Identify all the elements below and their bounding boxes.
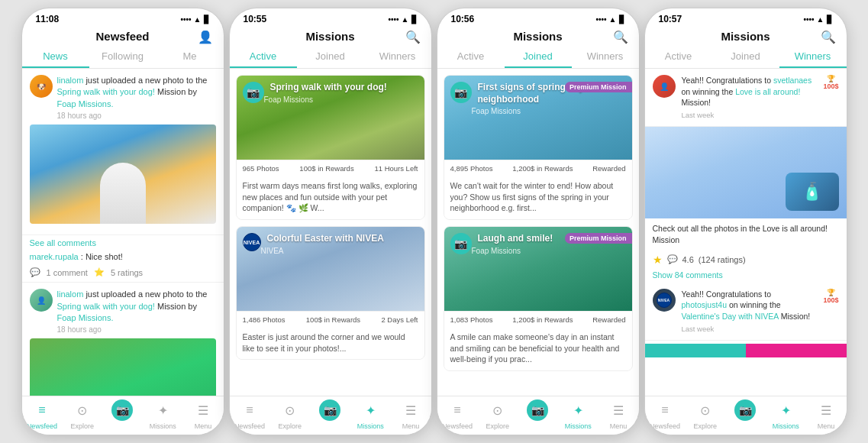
winner-time-1: Last week: [682, 110, 818, 120]
menu-icon-4: ☰: [815, 399, 837, 421]
nav-newsfeed-4[interactable]: ≡ Newsfeed: [645, 399, 686, 430]
page-title-4: Missions: [721, 30, 770, 43]
strip-teal: [645, 344, 746, 357]
tabs-missions-2: Active Joined Winners: [230, 46, 431, 69]
wifi-icon-2: ▲: [402, 15, 409, 24]
phone-missions-winners: 10:57 •••• ▲ ▊ Missions 🔍 Active Joined …: [644, 8, 847, 435]
see-all-comments[interactable]: See all comments: [30, 238, 216, 247]
mission-header-walk: Spring walk with your dog! Foap Missions: [264, 82, 387, 104]
winner-mission-1[interactable]: Love is all around!: [735, 87, 800, 96]
missions-active-content: 📷 Spring walk with your dog! Foap Missio…: [230, 69, 431, 396]
menu-icon-3: ☰: [608, 399, 629, 421]
trophy-amount-1: 100$: [823, 82, 838, 90]
winner-card-link[interactable]: Love is all around!: [763, 224, 828, 233]
avatar-1: 🐶: [30, 75, 53, 98]
nav-menu-1[interactable]: ☰ Menu: [183, 399, 224, 430]
nav-menu-2[interactable]: ☰ Menu: [391, 399, 431, 430]
nav-label-menu-3: Menu: [610, 422, 628, 430]
nav-missions-3[interactable]: ✦ Missions: [558, 399, 599, 430]
explore-icon-4: ⊙: [695, 399, 716, 421]
nf-brand-link-2[interactable]: Foap Missions.: [57, 313, 114, 322]
tab-winners-4[interactable]: Winners: [779, 46, 847, 68]
nav-label-menu-2: Menu: [402, 422, 420, 430]
newsfeed-icon-2: ≡: [239, 399, 260, 421]
nav-camera-1[interactable]: 📷: [102, 399, 143, 430]
camera-icon-4: 📷: [734, 399, 756, 421]
nav-camera-3[interactable]: 📷: [518, 399, 558, 430]
strip-pink: [746, 344, 847, 357]
mission-stats-walk: 965 Photos 100$ in Rewards 11 Hours Left: [237, 160, 424, 176]
camera-icon-3: 📷: [527, 399, 548, 421]
nav-menu-4[interactable]: ☰ Menu: [806, 399, 847, 430]
nf-username-2[interactable]: linalom: [57, 289, 84, 299]
comment-1: marek.rupala : Nice shot!: [22, 251, 224, 263]
search-icon-4[interactable]: 🔍: [821, 29, 836, 44]
nf-time-1: 18 hours ago: [57, 112, 216, 120]
mission-card-laugh: 📷 Laugh and smile! Foap Missions Premium…: [444, 226, 633, 371]
tab-winners-2[interactable]: Winners: [364, 46, 431, 68]
mission-header-laugh: Laugh and smile! Foap Missions: [472, 233, 553, 255]
show-comments-btn[interactable]: Show 84 comments: [645, 269, 847, 283]
mission-desc-walk: First warm days means first long walks, …: [237, 176, 424, 219]
nav-newsfeed-3[interactable]: ≡ Newsfeed: [437, 399, 478, 430]
tab-joined-2[interactable]: Joined: [297, 46, 364, 68]
tab-active-2[interactable]: Active: [230, 46, 297, 68]
mission-stats-laugh: 1,083 Photos 1,200$ in Rewards Rewarded: [444, 311, 632, 328]
mission-stats-spring: 4,895 Photos 1,200$ in Rewards Rewarded: [444, 160, 632, 176]
search-icon-2[interactable]: 🔍: [405, 29, 421, 44]
page-title-1: Newsfeed: [95, 30, 149, 43]
nav-explore-1[interactable]: ⊙ Explore: [62, 399, 102, 430]
explore-icon-1: ⊙: [72, 399, 93, 421]
nav-camera-4[interactable]: 📷: [725, 399, 766, 430]
nav-missions-4[interactable]: ✦ Missions: [766, 399, 806, 430]
nf-mission-link-1[interactable]: Spring walk with your dog!: [57, 87, 155, 96]
nav-explore-2[interactable]: ⊙ Explore: [269, 399, 310, 430]
trophy-badge-2: 🏆 100$: [823, 289, 838, 304]
nav-label-menu-1: Menu: [195, 422, 212, 430]
comment-count[interactable]: 1 comment: [47, 268, 88, 277]
wifi-icon: ▲: [194, 15, 202, 24]
photos-easter: 1,486 Photos: [243, 315, 286, 324]
winner-username-2[interactable]: photosjust4u: [682, 300, 728, 309]
person-icon[interactable]: 👤: [198, 29, 213, 44]
nav-missions-1[interactable]: ✦ Missions: [143, 399, 183, 430]
tab-joined-4[interactable]: Joined: [712, 46, 779, 68]
nav-camera-2[interactable]: 📷: [310, 399, 350, 430]
battery-icon: ▊: [204, 15, 210, 24]
tabs-missions-4: Active Joined Winners: [645, 46, 847, 69]
top-bar-3: Missions 🔍: [437, 27, 639, 46]
status-icons-1: •••• ▲ ▊: [181, 15, 210, 24]
comment-username-1[interactable]: marek.rupala: [30, 252, 79, 261]
nf-username-1[interactable]: linalom: [57, 76, 84, 85]
tab-news[interactable]: News: [22, 46, 89, 68]
newsfeed-content: 🐶 linalom just uploaded a new photo to t…: [22, 69, 224, 396]
newsfeed-icon-4: ≡: [654, 399, 676, 421]
nf-footer-row: 💬 1 comment ⭐ 5 ratings: [22, 263, 224, 283]
tab-joined-3[interactable]: Joined: [505, 46, 572, 68]
nav-missions-2[interactable]: ✦ Missions: [350, 399, 391, 430]
missions-icon-1: ✦: [152, 399, 173, 421]
time-4: 10:57: [659, 14, 682, 24]
winner-username-1[interactable]: svetlanaes: [773, 76, 812, 85]
winner-mission-2[interactable]: Valentine's Day with NIVEA: [682, 312, 779, 321]
winner-text-2: Yeah!! Congratulations to photosjust4u o…: [682, 289, 818, 334]
nav-explore-4[interactable]: ⊙ Explore: [685, 399, 725, 430]
time-easter: 2 Days Left: [381, 315, 418, 324]
mission-card-spring: 📷 First signs of spring in your neighbor…: [444, 75, 633, 220]
phone-missions-joined: 10:56 •••• ▲ ▊ Missions 🔍 Active Joined …: [437, 8, 640, 435]
nav-label-newsfeed-3: Newsfeed: [442, 422, 473, 430]
tab-following[interactable]: Following: [89, 46, 156, 68]
nivea-avatar: NIVEA: [657, 293, 672, 308]
tab-winners-3[interactable]: Winners: [572, 46, 639, 68]
nf-mission-link-2[interactable]: Spring walk with your dog!: [57, 302, 155, 311]
tab-me[interactable]: Me: [156, 46, 224, 68]
search-icon-3[interactable]: 🔍: [613, 29, 628, 44]
nav-newsfeed-1[interactable]: ≡ Newsfeed: [22, 399, 63, 430]
nav-explore-3[interactable]: ⊙ Explore: [477, 399, 518, 430]
nav-newsfeed-2[interactable]: ≡ Newsfeed: [230, 399, 270, 430]
tab-active-3[interactable]: Active: [437, 46, 505, 68]
nav-menu-3[interactable]: ☰ Menu: [599, 399, 639, 430]
tab-active-4[interactable]: Active: [645, 46, 712, 68]
mission-stats-easter: 1,486 Photos 100$ in Rewards 2 Days Left: [237, 311, 424, 328]
nf-brand-link-1[interactable]: Foap Missions.: [57, 99, 114, 108]
